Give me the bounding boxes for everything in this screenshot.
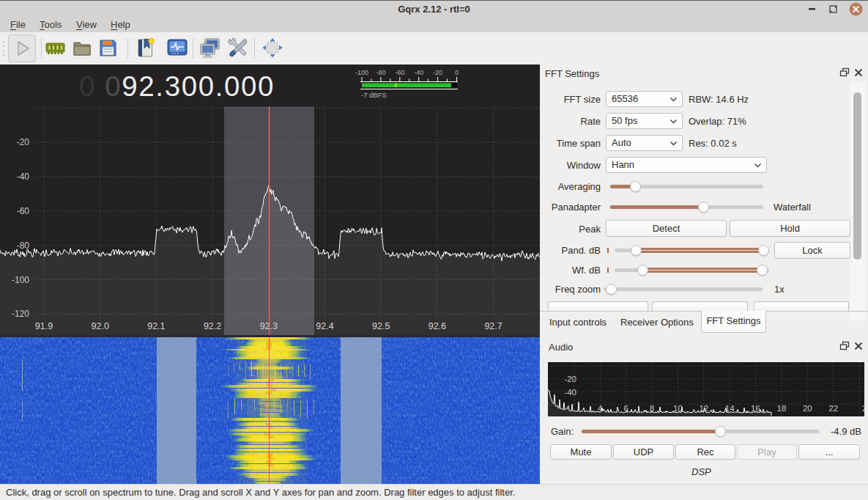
svg-text:92.7: 92.7 (484, 321, 502, 331)
svg-text:2: 2 (862, 404, 864, 413)
svg-text:-20: -20 (564, 375, 576, 383)
svg-text:-80: -80 (17, 240, 30, 251)
svg-text:92.1: 92.1 (147, 321, 165, 331)
svg-text:-40: -40 (17, 172, 30, 182)
svg-text:-40: -40 (414, 69, 423, 76)
svg-text:-100: -100 (355, 69, 368, 76)
svg-text:-40: -40 (564, 388, 576, 397)
svg-text:92.4: 92.4 (316, 321, 333, 331)
svg-text:92.0: 92.0 (92, 321, 109, 331)
svg-text:0: 0 (455, 69, 459, 76)
svg-text:16: 16 (751, 404, 760, 413)
svg-text:-60: -60 (17, 206, 30, 216)
svg-text:-7 dBFS: -7 dBFS (361, 91, 387, 99)
svg-text:20: 20 (803, 404, 812, 413)
svg-text:91.9: 91.9 (35, 321, 53, 331)
svg-text:92.3: 92.3 (260, 321, 278, 331)
svg-text:-20: -20 (433, 69, 442, 76)
svg-text:18: 18 (777, 404, 787, 413)
svg-text:92.2: 92.2 (204, 321, 221, 331)
svg-text:-20: -20 (17, 137, 30, 147)
svg-text:92.5: 92.5 (372, 321, 390, 331)
svg-text:-80: -80 (376, 69, 385, 76)
svg-text:22: 22 (828, 404, 838, 413)
svg-text:92.6: 92.6 (429, 321, 446, 331)
svg-text:-100: -100 (12, 275, 29, 285)
svg-text:-60: -60 (395, 69, 404, 76)
svg-text:-120: -120 (12, 309, 29, 319)
